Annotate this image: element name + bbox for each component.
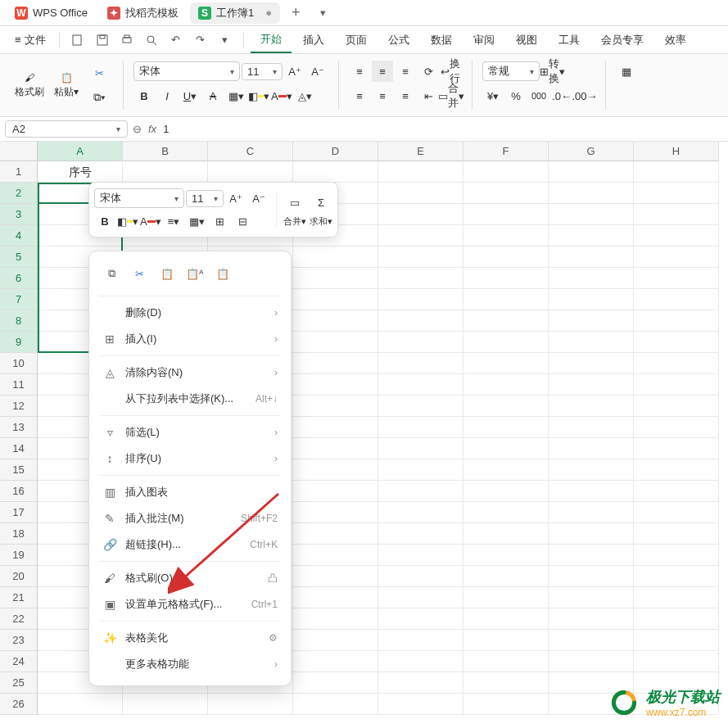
tab-efficiency[interactable]: 效率 (655, 28, 696, 52)
mini-delete-row[interactable]: ⊟ (232, 210, 253, 232)
cell[interactable] (634, 374, 719, 396)
format-painter-button[interactable]: 🖌 格式刷 (11, 70, 47, 101)
cell[interactable] (463, 545, 549, 566)
cell[interactable] (463, 161, 549, 183)
cell[interactable] (378, 502, 463, 523)
row-header[interactable]: 17 (0, 502, 38, 523)
ctx-copy-icon[interactable]: ⧉ (102, 265, 120, 283)
app-tab-wps[interactable]: W WPS Office (7, 3, 96, 23)
cell[interactable] (378, 566, 463, 587)
cell[interactable] (378, 183, 463, 204)
strikethrough-button[interactable]: A (202, 85, 224, 106)
print-icon[interactable] (115, 29, 138, 52)
row-header[interactable]: 15 (0, 459, 38, 481)
ctx-delete[interactable]: 删除(D) › (89, 300, 291, 326)
cell[interactable] (634, 502, 719, 523)
cell[interactable] (293, 608, 378, 630)
mini-font-color[interactable]: A▾ (140, 210, 161, 232)
cell[interactable] (463, 353, 549, 374)
cell[interactable] (463, 417, 549, 438)
add-tab-button[interactable]: + (283, 4, 309, 21)
ctx-clear[interactable]: ◬ 清除内容(N) › (89, 359, 291, 386)
save-icon[interactable] (91, 29, 114, 52)
ctx-beautify[interactable]: ✨ 表格美化 ⚙ (89, 625, 291, 651)
cell[interactable] (208, 694, 293, 715)
cell[interactable] (293, 374, 378, 396)
cell[interactable] (293, 310, 378, 332)
bold-button[interactable]: B (133, 85, 155, 106)
ctx-filter[interactable]: ▿ 筛选(L) › (89, 419, 291, 445)
cell[interactable] (378, 310, 463, 332)
wrap-button[interactable]: ↩换行 (441, 61, 462, 82)
cell[interactable] (463, 694, 549, 715)
cell[interactable] (463, 672, 549, 694)
cell[interactable] (463, 481, 549, 502)
row-header[interactable]: 18 (0, 523, 38, 545)
cell[interactable] (634, 289, 719, 310)
cell[interactable] (463, 651, 549, 672)
col-header-B[interactable]: B (123, 142, 208, 161)
cell[interactable] (634, 608, 719, 630)
cell[interactable] (634, 268, 719, 289)
cell[interactable] (293, 587, 378, 608)
align-center-button[interactable]: ≡ (372, 85, 393, 106)
fill-color-button[interactable]: ◧▾ (248, 85, 269, 106)
row-header[interactable]: 11 (0, 374, 38, 396)
styles-button[interactable]: ▦ (616, 61, 637, 82)
mini-fill-color[interactable]: ◧▾ (117, 210, 138, 232)
cell[interactable] (38, 694, 123, 715)
ctx-more-table[interactable]: 更多表格功能 › (89, 651, 291, 677)
cut-button[interactable]: ✂ (88, 62, 110, 84)
inc-decimal-button[interactable]: .0← (551, 85, 572, 106)
row-header[interactable]: 16 (0, 481, 38, 502)
cell[interactable] (293, 523, 378, 545)
mini-align[interactable]: ≡▾ (163, 210, 184, 232)
tab-start[interactable]: 开始 (251, 27, 292, 53)
cell[interactable] (293, 396, 378, 417)
cell[interactable] (378, 268, 463, 289)
clear-format-button[interactable]: ◬▾ (294, 85, 315, 106)
row-header[interactable]: 24 (0, 651, 38, 672)
cell[interactable] (634, 566, 719, 587)
more-icon[interactable]: ▾ (214, 29, 237, 52)
mini-bold[interactable]: B (94, 210, 115, 232)
row-header[interactable]: 22 (0, 608, 38, 630)
cell[interactable] (634, 204, 719, 225)
align-left-button[interactable]: ≡ (349, 85, 370, 106)
cell[interactable] (634, 310, 719, 332)
currency-button[interactable]: ¥▾ (482, 85, 504, 106)
close-icon[interactable]: ● (265, 7, 272, 19)
cell[interactable] (378, 672, 463, 694)
new-icon[interactable] (66, 29, 89, 52)
font-select[interactable]: 宋体▾ (133, 61, 240, 81)
cell[interactable] (634, 246, 719, 268)
align-right-button[interactable]: ≡ (395, 85, 416, 106)
row-header[interactable]: 9 (0, 332, 38, 353)
cell[interactable] (549, 651, 634, 672)
tab-tool[interactable]: 工具 (549, 28, 590, 52)
comma-button[interactable]: 000 (528, 85, 549, 106)
cell[interactable] (378, 396, 463, 417)
mini-font-select[interactable]: 宋体▾ (94, 188, 184, 208)
align-middle-button[interactable]: ≡ (372, 61, 393, 82)
ctx-sort[interactable]: ↕ 排序(U) › (89, 445, 291, 472)
cell[interactable] (378, 630, 463, 651)
cell[interactable] (463, 289, 549, 310)
row-header[interactable]: 19 (0, 545, 38, 566)
cell[interactable] (549, 502, 634, 523)
cell[interactable] (378, 694, 463, 715)
cell[interactable] (293, 332, 378, 353)
cell[interactable] (293, 630, 378, 651)
row-header[interactable]: 6 (0, 268, 38, 289)
row-header[interactable]: 14 (0, 438, 38, 459)
cell[interactable] (634, 438, 719, 459)
row-header[interactable]: 12 (0, 396, 38, 417)
row-header[interactable]: 4 (0, 225, 38, 246)
row-header[interactable]: 10 (0, 353, 38, 374)
ctx-insert-chart[interactable]: ▥ 插入图表 (89, 479, 291, 505)
cell[interactable] (549, 332, 634, 353)
cell[interactable] (549, 459, 634, 481)
ctx-paste-values-icon[interactable]: 📋 (214, 265, 232, 283)
underline-button[interactable]: U▾ (179, 85, 201, 106)
cell[interactable] (463, 396, 549, 417)
